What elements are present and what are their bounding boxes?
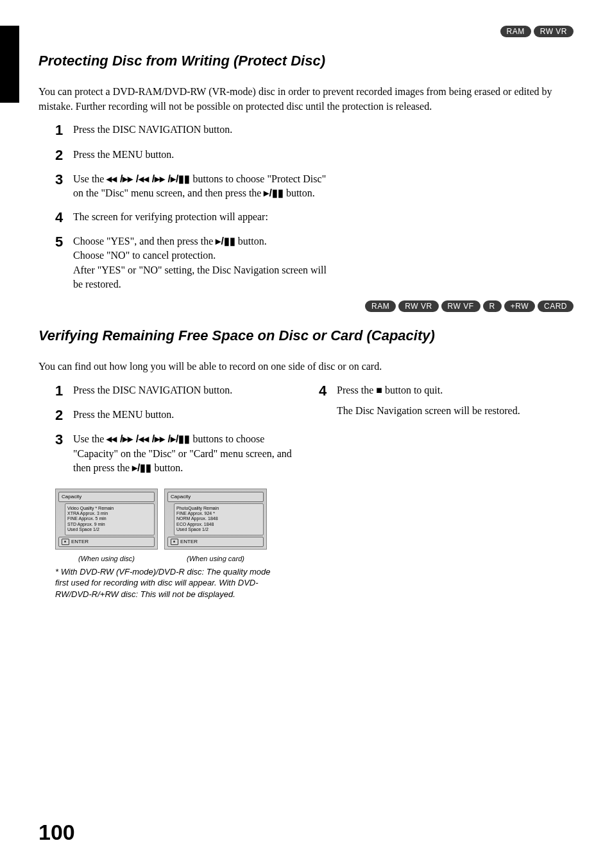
s2-step-3c: button. <box>151 462 183 473</box>
s2-step-num-1: 1 <box>55 383 73 399</box>
step-num-1: 1 <box>55 123 73 138</box>
section1-title: Protecting Disc from Writing (Protect Di… <box>38 53 574 69</box>
step-5: 5 Choose "YES", and then press the ▸/▮▮ … <box>55 234 331 292</box>
badge-rwvr: RW VR <box>534 26 574 37</box>
s2-step-1-body: Press the DISC NAVIGATION button. <box>73 383 293 399</box>
badge-rwvr-2: RW VR <box>398 300 438 312</box>
caption-left: * With DVD-RW (VF-mode)/DVD-R disc: The … <box>55 566 286 600</box>
badge-card: CARD <box>538 300 574 312</box>
section1-intro: You can protect a DVD-RAM/DVD-RW (VR-mod… <box>38 85 574 114</box>
s2-step-3-body: Use the ◂◂ /▸▸ /◂◂ /▸▸ /▸/▮▮ buttons to … <box>73 432 293 475</box>
badge-r: R <box>483 300 502 312</box>
mock-disc: Capacity Video Quality * Remain XTRA App… <box>55 489 158 550</box>
step-num-4: 4 <box>55 210 73 225</box>
step-num-5: 5 <box>55 234 73 292</box>
s2-step-4: 4 Press the ■ button to quit. The Disc N… <box>319 383 574 419</box>
badge-ram: RAM <box>500 26 531 37</box>
step-2: 2 Press the MENU button. <box>55 148 331 163</box>
step-5-body: Choose "YES", and then press the ▸/▮▮ bu… <box>73 234 331 292</box>
step-2-body: Press the MENU button. <box>73 148 331 163</box>
step-1-body: Press the DISC NAVIGATION button. <box>73 123 331 138</box>
s2-step-4a: Press the <box>337 385 376 395</box>
mock1-enter: ENTER <box>71 539 89 544</box>
step-3-body: Use the ◂◂ /▸▸ /◂◂ /▸▸ /▸/▮▮ buttons to … <box>73 172 331 201</box>
mock2-content: PhotoQuality Remain FINE Approx. 924 * N… <box>174 503 264 535</box>
section2-intro: You can find out how long you will be ab… <box>38 360 574 374</box>
badge-plusrw: +RW <box>504 300 535 312</box>
section-tab <box>0 26 19 103</box>
s2-step-4b: button to quit. <box>382 385 443 395</box>
mock-screens: Capacity Video Quality * Remain XTRA App… <box>55 489 293 550</box>
step-5d: After "YES" or "NO" setting, the Disc Na… <box>73 265 327 290</box>
mock1-title: Capacity <box>58 492 155 502</box>
mock-card: Capacity PhotoQuality Remain FINE Approx… <box>164 489 267 550</box>
badges-mid: RAM RW VR RW VF R +RW CARD <box>38 300 574 312</box>
badges-top: RAM RW VR <box>38 26 574 37</box>
mock2-label: (When using card) <box>164 555 267 562</box>
step-3: 3 Use the ◂◂ /▸▸ /◂◂ /▸▸ /▸/▮▮ buttons t… <box>55 172 331 201</box>
playpause-icon-2: ▸/▮▮ <box>216 236 235 247</box>
mock1-label: (When using disc) <box>55 555 158 562</box>
mock2-bar: ENTER <box>167 537 264 547</box>
section2-title: Verifying Remaining Free Space on Disc o… <box>38 327 574 344</box>
mock2-enter: ENTER <box>180 539 198 544</box>
s2-step-3: 3 Use the ◂◂ /▸▸ /◂◂ /▸▸ /▸/▮▮ buttons t… <box>55 432 293 475</box>
step-4: 4 The screen for verifying protection wi… <box>55 210 331 225</box>
s2-step-num-3: 3 <box>55 432 73 475</box>
stop-icon: ■ <box>376 385 382 395</box>
step-5c: Choose "NO" to cancel protection. <box>73 250 216 261</box>
s2-step-4c: The Disc Navigation screen will be resto… <box>337 405 520 416</box>
s2-step-4-body: Press the ■ button to quit. The Disc Nav… <box>337 383 574 419</box>
nav-buttons-icon-2: ◂◂ /▸▸ /◂◂ /▸▸ /▸/▮▮ <box>106 433 190 444</box>
mock2-title: Capacity <box>167 492 264 502</box>
rec-icon-2 <box>171 539 178 545</box>
rec-icon <box>62 539 69 545</box>
nav-buttons-icon: ◂◂ /▸▸ /◂◂ /▸▸ /▸/▮▮ <box>106 173 190 184</box>
page-number: 100 <box>38 820 75 845</box>
step-num-3: 3 <box>55 172 73 201</box>
badge-rwvf: RW VF <box>441 300 480 312</box>
s2-step-3a: Use the <box>73 433 106 444</box>
playpause-icon: ▸/▮▮ <box>264 187 283 198</box>
step-3a: Use the <box>73 173 106 184</box>
step-1: 1 Press the DISC NAVIGATION button. <box>55 123 331 138</box>
mock1-bar: ENTER <box>58 537 155 547</box>
s2-step-2-body: Press the MENU button. <box>73 408 293 423</box>
s2-step-num-4: 4 <box>319 383 337 419</box>
step-3c: button. <box>284 187 315 198</box>
mock1-content: Video Quality * Remain XTRA Approx. 3 mi… <box>65 503 155 535</box>
s2-step-1: 1 Press the DISC NAVIGATION button. <box>55 383 293 399</box>
step-num-2: 2 <box>55 148 73 163</box>
step-5b: button. <box>235 236 267 247</box>
s2-step-2: 2 Press the MENU button. <box>55 408 293 423</box>
s2-step-num-2: 2 <box>55 408 73 423</box>
step-4-body: The screen for verifying protection will… <box>73 210 331 225</box>
step-5a: Choose "YES", and then press the <box>73 236 216 247</box>
badge-ram-2: RAM <box>365 300 396 312</box>
playpause-icon-3: ▸/▮▮ <box>132 462 151 473</box>
